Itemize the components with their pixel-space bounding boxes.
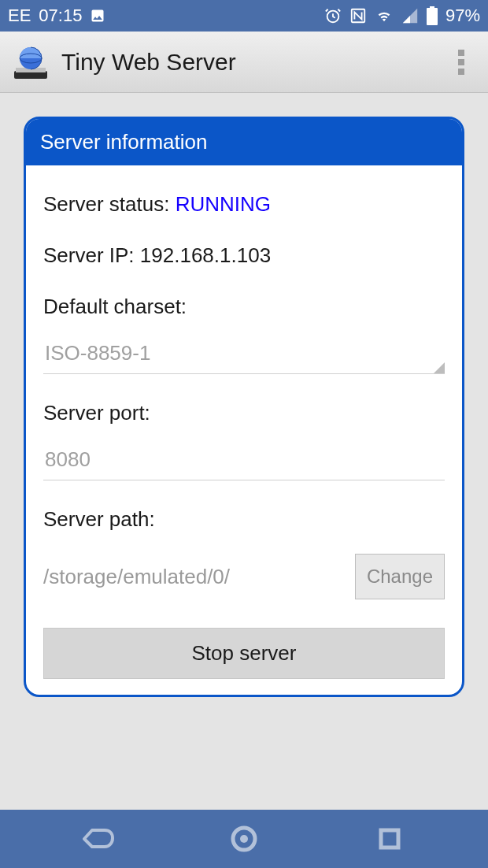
dropdown-arrow-icon	[434, 362, 445, 373]
app-title: Tiny Web Server	[61, 49, 236, 76]
image-notification-icon	[90, 8, 105, 24]
server-status-value: RUNNING	[176, 192, 271, 216]
port-label: Server port:	[43, 401, 445, 425]
svg-rect-7	[458, 59, 464, 65]
home-button[interactable]	[197, 819, 291, 859]
nfc-icon	[349, 7, 367, 24]
server-ip-row: Server IP: 192.168.1.103	[43, 243, 445, 268]
charset-select[interactable]: ISO-8859-1	[43, 335, 445, 374]
server-info-card: Server information Server status: RUNNIN…	[24, 117, 464, 697]
battery-icon	[427, 6, 438, 25]
svg-rect-11	[381, 830, 398, 848]
server-ip-value: 192.168.1.103	[140, 243, 271, 267]
android-statusbar: EE 07:15 97%	[0, 0, 488, 32]
back-button[interactable]	[51, 819, 146, 859]
card-header: Server information	[26, 119, 462, 165]
signal-icon	[401, 7, 419, 24]
android-navbar	[0, 810, 488, 868]
app-icon	[11, 43, 50, 82]
carrier-label: EE	[8, 6, 31, 26]
path-value: /storage/emulated/0/	[43, 565, 347, 589]
stop-server-button[interactable]: Stop server	[43, 628, 445, 679]
clock-label: 07:15	[39, 6, 82, 26]
port-input[interactable]	[43, 441, 445, 480]
recent-apps-button[interactable]	[342, 819, 437, 859]
content-area: Server information Server status: RUNNIN…	[0, 93, 488, 810]
overflow-menu-button[interactable]	[445, 46, 477, 78]
path-label: Server path:	[43, 507, 445, 532]
charset-label: Default charset:	[43, 295, 445, 319]
wifi-icon	[375, 7, 394, 24]
svg-rect-8	[458, 69, 464, 75]
alarm-icon	[324, 7, 342, 24]
svg-point-10	[240, 835, 248, 843]
change-path-button[interactable]: Change	[355, 554, 445, 599]
server-status-row: Server status: RUNNING	[43, 192, 445, 217]
app-bar: Tiny Web Server	[0, 32, 488, 93]
svg-rect-6	[458, 50, 464, 56]
battery-percent-label: 97%	[445, 6, 480, 26]
charset-value: ISO-8859-1	[45, 341, 150, 365]
server-ip-label: Server IP:	[43, 243, 140, 267]
server-status-label: Server status:	[43, 192, 176, 216]
